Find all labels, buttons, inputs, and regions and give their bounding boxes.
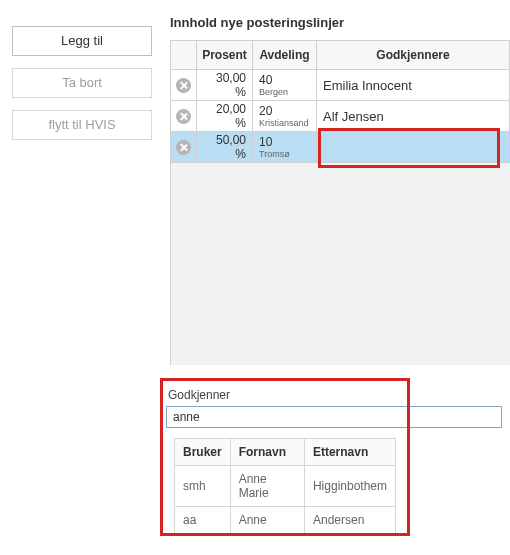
- remove-button[interactable]: Ta bort: [12, 68, 152, 98]
- grid-empty-area: [171, 163, 510, 365]
- godkjenner-cell[interactable]: Alf Jensen: [317, 101, 510, 131]
- godkjenner-cell[interactable]: Emilia Innocent: [317, 70, 510, 100]
- delete-cell: [171, 101, 197, 131]
- godkjenner-search-panel: Godkjenner Bruker Fornavn Etternavn smh …: [166, 384, 504, 534]
- delete-cell: [171, 70, 197, 100]
- postings-panel: Innhold nye posteringslinjer Prosent Avd…: [170, 15, 510, 365]
- table-row[interactable]: 50,00 % 10 Tromsø: [171, 132, 510, 163]
- result-row[interactable]: aa Anne Andersen: [175, 507, 396, 534]
- result-etternavn: Higginbothem: [304, 466, 395, 507]
- godkjenner-cell[interactable]: [317, 132, 510, 162]
- col-bruker: Bruker: [175, 439, 231, 466]
- section-title: Innhold nye posteringslinjer: [170, 15, 510, 30]
- result-fornavn: Anne Marie: [230, 466, 304, 507]
- left-button-column: Legg til Ta bort flytt til HVIS: [12, 26, 152, 152]
- search-label: Godkjenner: [168, 388, 502, 402]
- header-avdeling: Avdeling: [253, 41, 317, 69]
- move-to-hvis-button[interactable]: flytt til HVIS: [12, 110, 152, 140]
- delete-row-icon[interactable]: [176, 140, 191, 155]
- prosent-cell[interactable]: 20,00 %: [197, 101, 253, 131]
- result-row[interactable]: smh Anne Marie Higginbothem: [175, 466, 396, 507]
- col-etternavn: Etternavn: [304, 439, 395, 466]
- header-delete: [171, 41, 197, 69]
- table-row[interactable]: 20,00 % 20 Kristiansand Alf Jensen: [171, 101, 510, 132]
- prosent-cell[interactable]: 50,00 %: [197, 132, 253, 162]
- prosent-cell[interactable]: 30,00 %: [197, 70, 253, 100]
- avdeling-cell[interactable]: 40 Bergen: [253, 70, 317, 100]
- result-bruker: smh: [175, 466, 231, 507]
- delete-row-icon[interactable]: [176, 78, 191, 93]
- table-row[interactable]: 30,00 % 40 Bergen Emilia Innocent: [171, 70, 510, 101]
- avdeling-cell[interactable]: 10 Tromsø: [253, 132, 317, 162]
- search-results-table: Bruker Fornavn Etternavn smh Anne Marie …: [174, 438, 396, 534]
- postings-grid: Prosent Avdeling Godkjennere 30,00 % 40 …: [170, 40, 510, 365]
- grid-header-row: Prosent Avdeling Godkjennere: [171, 41, 510, 70]
- result-bruker: aa: [175, 507, 231, 534]
- delete-row-icon[interactable]: [176, 109, 191, 124]
- delete-cell: [171, 132, 197, 162]
- results-header-row: Bruker Fornavn Etternavn: [175, 439, 396, 466]
- add-button[interactable]: Legg til: [12, 26, 152, 56]
- header-godkjennere: Godkjennere: [317, 41, 510, 69]
- result-fornavn: Anne: [230, 507, 304, 534]
- avdeling-cell[interactable]: 20 Kristiansand: [253, 101, 317, 131]
- search-input[interactable]: [166, 406, 502, 428]
- result-etternavn: Andersen: [304, 507, 395, 534]
- header-prosent: Prosent: [197, 41, 253, 69]
- col-fornavn: Fornavn: [230, 439, 304, 466]
